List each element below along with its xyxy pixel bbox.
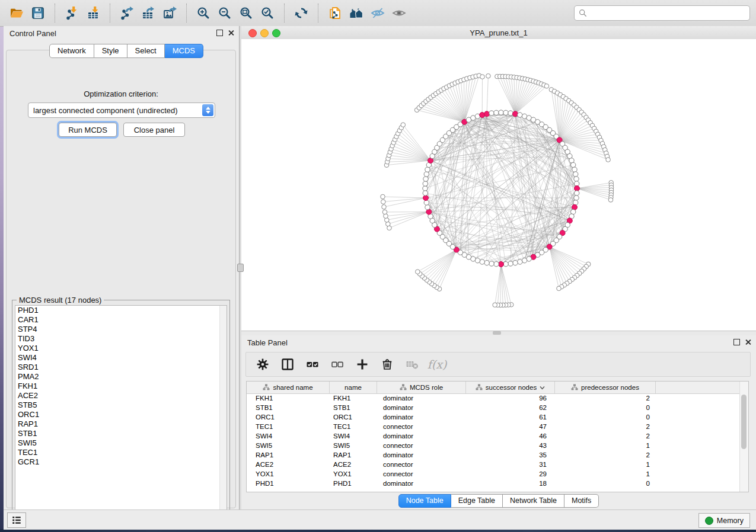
table-row[interactable]: YOX1YOX1connector291 — [247, 469, 740, 479]
mcds-result-item[interactable]: SWI4 — [15, 353, 227, 363]
export-network-button[interactable] — [116, 4, 138, 23]
cell-successors: 47 — [466, 423, 555, 430]
export-table-button[interactable] — [138, 4, 159, 23]
mcds-result-item[interactable]: ORC1 — [15, 410, 227, 419]
mcds-result-item[interactable]: RAP1 — [15, 419, 227, 429]
cell-predecessors: 2 — [555, 451, 656, 459]
column-header-shared-name[interactable]: shared name — [247, 382, 330, 393]
column-header-MCDS-role[interactable]: MCDS role — [377, 382, 466, 393]
column-header-successor-nodes[interactable]: successor nodes — [466, 382, 555, 393]
save-session-button[interactable] — [27, 4, 49, 23]
tab-mcds[interactable]: MCDS — [165, 44, 203, 58]
home-button[interactable] — [346, 4, 367, 23]
float-panel-icon[interactable] — [216, 30, 223, 36]
mcds-result-item[interactable]: SRD1 — [15, 363, 227, 372]
cell-name: SWI5 — [330, 442, 377, 449]
show-columns-button[interactable] — [279, 355, 296, 373]
mcds-result-item[interactable]: YOX1 — [15, 344, 227, 353]
mcds-result-item[interactable]: TEC1 — [15, 448, 227, 457]
tab-style[interactable]: Style — [94, 44, 127, 58]
table-row[interactable]: FKH1FKH1dominator962 — [247, 393, 740, 403]
network-graph[interactable] — [241, 39, 756, 331]
delete-column-button[interactable] — [379, 355, 395, 373]
table-row[interactable]: TEC1TEC1connector472 — [247, 422, 740, 431]
table-row[interactable]: STB1STB1dominator620 — [247, 403, 740, 412]
cell-successors: 18 — [466, 480, 555, 487]
search-input[interactable] — [589, 7, 749, 19]
network-window-title: YPA_prune.txt_1 — [241, 28, 756, 37]
show-details-button[interactable] — [388, 4, 410, 23]
zoom-in-icon — [196, 6, 210, 20]
document-network-button[interactable] — [324, 4, 346, 23]
close-panel-button[interactable]: Close panel — [123, 123, 185, 137]
mcds-result-item[interactable]: CAR1 — [15, 315, 227, 325]
open-file-button[interactable] — [6, 4, 27, 23]
table-row[interactable]: SWI5SWI5connector431 — [247, 441, 740, 450]
mcds-result-item[interactable]: STB1 — [15, 429, 227, 438]
deselect-all-button[interactable] — [329, 355, 346, 373]
function-builder-icon: f(x) — [428, 358, 447, 371]
zoom-in-button[interactable] — [193, 4, 214, 23]
zoom-out-button[interactable] — [214, 4, 235, 23]
cell-shared_name: RAP1 — [247, 451, 330, 459]
add-column-button[interactable] — [354, 355, 371, 373]
table-row[interactable]: SWI4SWI4dominator462 — [247, 431, 740, 441]
vertical-splitter-handle[interactable] — [237, 264, 244, 272]
close-table-panel-icon[interactable] — [745, 339, 751, 345]
mcds-result-item[interactable]: FKH1 — [15, 382, 227, 391]
mcds-result-item[interactable]: SWI5 — [15, 438, 227, 448]
mcds-result-item[interactable]: STB5 — [15, 400, 227, 410]
cell-name: FKH1 — [330, 395, 377, 402]
document-network-icon — [328, 6, 342, 20]
table-row[interactable]: ORC1ORC1dominator610 — [247, 412, 740, 422]
float-table-panel-icon[interactable] — [733, 339, 740, 345]
cell-role: connector — [377, 442, 466, 449]
zoom-selected-button[interactable] — [257, 4, 278, 23]
tab-edge-table[interactable]: Edge Table — [451, 494, 503, 508]
table-row[interactable]: RAP1RAP1dominator352 — [247, 450, 740, 460]
column-header-predecessor-nodes[interactable]: predecessor nodes — [555, 382, 656, 393]
mcds-result-item[interactable]: PHD1 — [15, 306, 227, 315]
mcds-result-item[interactable]: STP4 — [15, 325, 227, 334]
horizontal-splitter-handle[interactable] — [493, 331, 501, 335]
memory-button[interactable]: Memory — [698, 513, 750, 528]
refresh-view-button[interactable] — [291, 4, 312, 23]
cell-role: connector — [377, 461, 466, 468]
import-network-button[interactable] — [61, 4, 82, 23]
network-view[interactable] — [241, 39, 756, 331]
cell-predecessors: 1 — [555, 442, 656, 449]
select-all-button[interactable] — [304, 355, 321, 373]
mcds-result-item[interactable]: PMA2 — [15, 372, 227, 382]
close-panel-icon[interactable] — [228, 30, 234, 36]
column-type-icon — [400, 384, 407, 391]
delete-column-icon — [380, 357, 394, 371]
cell-role: dominator — [377, 432, 466, 440]
column-header-name[interactable]: name — [330, 382, 377, 393]
settings-gear-button[interactable] — [254, 355, 271, 373]
import-table-button[interactable] — [82, 4, 104, 23]
tab-network-table[interactable]: Network Table — [503, 494, 564, 508]
table-scrollbar[interactable] — [739, 382, 748, 492]
mcds-result-item[interactable]: GCR1 — [15, 457, 227, 467]
cell-name: ORC1 — [330, 414, 377, 421]
table-row[interactable]: ACE2ACE2connector311 — [247, 460, 740, 469]
status-bar: Memory — [4, 509, 756, 530]
zoom-fit-icon — [239, 6, 253, 20]
export-network-icon — [120, 6, 134, 20]
tab-select[interactable]: Select — [127, 44, 165, 58]
run-mcds-button[interactable]: Run MCDS — [59, 123, 117, 137]
tab-network[interactable]: Network — [49, 44, 94, 58]
function-builder-button: f(x) — [429, 355, 445, 373]
tab-node-table[interactable]: Node Table — [398, 494, 451, 508]
mcds-result-item[interactable]: TID3 — [15, 334, 227, 344]
mcds-list-scrollbar[interactable] — [219, 306, 227, 517]
task-history-button[interactable] — [7, 512, 26, 528]
mcds-result-item[interactable]: ACE2 — [15, 391, 227, 400]
hide-details-button[interactable] — [367, 4, 388, 23]
table-scrollbar-thumb[interactable] — [741, 395, 747, 449]
tab-motifs[interactable]: Motifs — [564, 494, 599, 508]
export-image-button[interactable] — [159, 4, 180, 23]
zoom-fit-button[interactable] — [235, 4, 257, 23]
table-row[interactable]: PHD1PHD1dominator180 — [247, 479, 740, 488]
criterion-dropdown[interactable]: largest connected component (undirected) — [28, 102, 215, 118]
